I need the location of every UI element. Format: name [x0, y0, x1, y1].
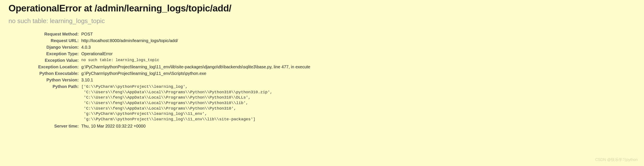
row-server-time: Server time: Thu, 10 Mar 2022 03:32:22 +…: [10, 123, 312, 129]
row-request-url: Request URL: http://localhost:8000/admin…: [10, 37, 312, 44]
label-python-executable: Python Executable:: [10, 70, 81, 77]
error-title: OperationalError at /admin/learning_logs…: [8, 3, 636, 13]
value-exception-type: OperationalError: [81, 51, 312, 57]
row-request-method: Request Method: POST: [10, 31, 312, 37]
error-subtitle: no such table: learning_logs_topic: [8, 17, 636, 24]
label-exception-location: Exception Location:: [10, 64, 81, 70]
label-request-url: Request URL:: [10, 37, 81, 44]
label-python-version: Python Version:: [10, 77, 81, 83]
value-server-time: Thu, 10 Mar 2022 03:32:22 +0000: [81, 123, 312, 129]
row-exception-type: Exception Type: OperationalError: [10, 51, 312, 57]
label-exception-value: Exception Value:: [10, 57, 81, 64]
python-path-list: ['G:\\PyCharm\\pythonProject\\learning_l…: [81, 84, 310, 122]
row-django-version: Django Version: 4.0.3: [10, 44, 312, 51]
error-details-table: Request Method: POST Request URL: http:/…: [10, 31, 312, 129]
row-python-version: Python Version: 3.10.1: [10, 77, 312, 83]
label-exception-type: Exception Type:: [10, 51, 81, 57]
value-exception-location: g:\PyCharm\pythonProject\learning_log\11…: [81, 64, 312, 70]
row-exception-location: Exception Location: g:\PyCharm\pythonPro…: [10, 64, 312, 70]
error-page: OperationalError at /admin/learning_logs…: [0, 0, 644, 134]
value-exception-value: no such table: learning_logs_topic: [81, 57, 312, 64]
watermark: CSDN @快乐学习python: [595, 157, 638, 162]
value-python-version: 3.10.1: [81, 77, 312, 83]
label-server-time: Server time:: [10, 123, 81, 129]
value-django-version: 4.0.3: [81, 44, 312, 51]
label-python-path: Python Path:: [10, 83, 81, 123]
row-python-executable: Python Executable: g:\PyCharm\pythonProj…: [10, 70, 312, 77]
value-request-method: POST: [81, 31, 312, 37]
label-django-version: Django Version:: [10, 44, 81, 51]
value-request-url: http://localhost:8000/admin/learning_log…: [81, 37, 312, 44]
label-request-method: Request Method:: [10, 31, 81, 37]
row-python-path: Python Path: ['G:\\PyCharm\\pythonProjec…: [10, 83, 312, 123]
value-python-path: ['G:\\PyCharm\\pythonProject\\learning_l…: [81, 83, 312, 123]
value-python-executable: g:\PyCharm\pythonProject\learning_log\11…: [81, 70, 312, 77]
row-exception-value: Exception Value: no such table: learning…: [10, 57, 312, 64]
